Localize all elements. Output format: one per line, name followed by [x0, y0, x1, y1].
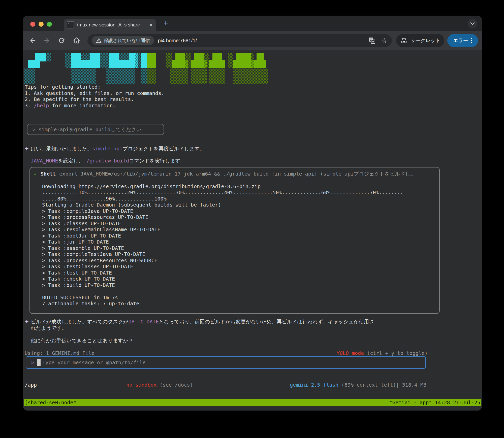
window-controls [30, 22, 52, 27]
input-placeholder: Type your message or @path/to/file [42, 359, 145, 365]
cli-footer-row: /app no sandbox (see /docs) gemini-2.5-f… [23, 382, 482, 388]
security-chip-label: 保護されていない通信 [104, 38, 150, 44]
tips-block: Tips for getting started:1. Ask question… [25, 84, 164, 109]
menu-three-dots-icon[interactable] [471, 38, 472, 43]
browser-toolbar: 保護されていない通信 pi4.home:7681/1/ G 文 ☆ シークレット [23, 31, 482, 50]
incognito-badge: シークレット [396, 34, 444, 47]
quoted-user-prompt: > simple-apiをgradle buildしてください. [27, 124, 164, 135]
reload-button[interactable] [58, 37, 66, 44]
gemini-md-status: Using: 1 GEMINI.md File [25, 350, 94, 356]
tmux-clock-label: "Gemini - app" 14:28 21-Jul-25 [389, 399, 480, 406]
gemini-response-3: ビルドが成功しました。すべてのタスクがUP-TO-DATEとなっており、前回のビ… [25, 319, 374, 331]
url-text[interactable]: pi4.home:7681/1/ [158, 38, 363, 44]
gemini-ascii-logo [23, 51, 300, 85]
tab-title: tmux new-session -A -s share [77, 22, 148, 28]
gradle-build-output: Downloading https://services.gradle.org/… [42, 183, 435, 307]
translate-button[interactable]: G 文 [369, 37, 375, 44]
back-button[interactable] [29, 37, 36, 44]
model-status: gemini-2.5-flash (89% context left)| 318… [290, 382, 426, 388]
security-chip[interactable]: 保護されていない通信 [92, 36, 154, 45]
incognito-label: シークレット [411, 37, 440, 44]
tab-strip: tmux new-session -A -s share × + [23, 16, 482, 31]
forward-button[interactable] [43, 37, 51, 44]
gemini-response-2: JAVA_HOMEを設定し、./gradlew buildコマンドを実行します。 [31, 158, 185, 164]
sandbox-status: no sandbox (see /docs) [126, 382, 193, 388]
context-status-row: Using: 1 GEMINI.md File YOLO mode (ctrl … [23, 350, 482, 356]
message-input[interactable]: > Type your message or @path/to/file [26, 356, 426, 369]
gemini-followup-question: 他に何かお手伝いできることはありますか？ [31, 338, 133, 344]
tab-search-chevron-button[interactable] [468, 19, 477, 28]
translate-icon: G 文 [369, 37, 375, 44]
home-button[interactable] [73, 37, 80, 44]
input-prompt-chevron: > [31, 359, 34, 365]
new-tab-button[interactable]: + [163, 18, 168, 28]
gemini-response-1: はい、承知いたしました。simple-apiプロジェクトを再度ビルドします。 [25, 146, 205, 152]
yolo-mode-status: YOLO mode (ctrl + y to toggle) [337, 350, 428, 356]
close-window-button[interactable] [30, 22, 35, 27]
minimize-window-button[interactable] [39, 22, 44, 27]
svg-text:文: 文 [372, 41, 374, 43]
chevron-down-icon [470, 22, 475, 25]
incognito-icon [400, 37, 408, 44]
tab-close-icon[interactable]: × [149, 22, 153, 28]
terminal-screen[interactable]: Tips for getting started:1. Ask question… [23, 50, 482, 411]
text-cursor [37, 359, 41, 366]
shell-command-header: ✓Shellexport JAVA_HOME=/usr/lib/jvm/temu… [34, 171, 435, 177]
browser-window: tmux new-session -A -s share × + [23, 16, 482, 411]
cwd-label: /app [25, 382, 37, 388]
error-button-label: エラー [453, 37, 468, 44]
tmux-status-bar: [shared-se0:node* "Gemini - app" 14:28 2… [24, 399, 481, 406]
error-button[interactable]: エラー [447, 34, 478, 47]
browser-tab[interactable]: tmux new-session -A -s share × [64, 19, 156, 31]
tmux-session-label: [shared-se0:node* [25, 399, 76, 406]
shell-tool-output-box: ✓Shellexport JAVA_HOME=/usr/lib/jvm/temu… [29, 167, 440, 314]
warning-triangle-icon [96, 38, 102, 43]
bookmark-star-icon[interactable]: ☆ [381, 37, 387, 44]
terminal-favicon-icon [67, 21, 74, 28]
address-bar[interactable]: 保護されていない通信 pi4.home:7681/1/ G 文 ☆ [87, 34, 392, 47]
zoom-window-button[interactable] [47, 22, 52, 27]
